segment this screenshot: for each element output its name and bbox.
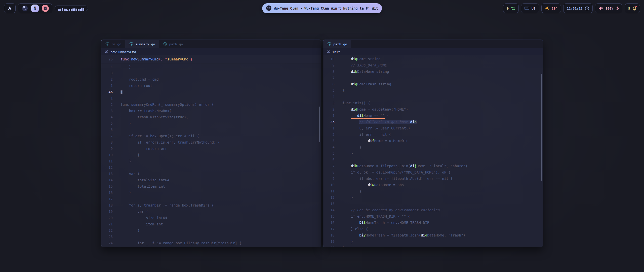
code-line[interactable]: 23 — [101, 234, 321, 240]
workspace-2-active[interactable]: N — [31, 5, 39, 12]
code-line[interactable]: 17 — [101, 196, 321, 202]
music-player-pill[interactable]: Wu-Tang Clan - Wu-Tang Clan Ain't Nuthin… — [262, 3, 382, 13]
code-line[interactable]: 3 difHome = u.HomeDir — [323, 138, 543, 144]
code-line[interactable]: 13 — [323, 201, 543, 207]
code-line[interactable]: 5 ) — [101, 120, 321, 127]
code-line[interactable]: 19 var ( — [101, 209, 321, 215]
clock-module[interactable]: 12:31:12 — [563, 3, 593, 13]
code-line[interactable]: 19 } — [323, 239, 543, 245]
sticky-context-line[interactable]: 26func newSummaryCmd() *summaryCmd { — [101, 55, 321, 63]
code-line[interactable]: 24 for _, f := range box.FilesByTrashDir… — [101, 240, 321, 246]
code-line[interactable]: 1 if dilHome == "" { — [323, 113, 543, 119]
code-line[interactable]: 46} — [101, 89, 321, 95]
code-line[interactable]: 20} — [323, 245, 543, 247]
code-line[interactable]: 18 for i, trashDir := range box.TrashDir… — [101, 202, 321, 209]
line-number: 23 — [323, 119, 335, 125]
code-line[interactable]: 3 box := trash.NewBox( — [101, 108, 321, 114]
breadcrumb[interactable]: init — [323, 48, 543, 55]
tab-summary.go[interactable]: G summary.go — [125, 40, 159, 48]
code-line[interactable]: 16 ) — [101, 190, 321, 196]
code-line[interactable]: 6 DigHomeTrash string — [323, 81, 543, 87]
workspace-3[interactable] — [42, 5, 49, 12]
breadcrumb-symbol: newSummaryCmd — [110, 50, 136, 54]
code-line[interactable]: 23 // fallback to get home dia — [323, 119, 543, 125]
line-number: 2 — [323, 131, 335, 138]
line-number: 4 — [101, 114, 113, 120]
code-line[interactable]: 9 if abs, err := filepath.Abs(d); err ==… — [323, 176, 543, 182]
workspace-1[interactable] — [21, 5, 28, 12]
code-area-right[interactable]: 10 diqHome string9 // $XDG_DATA_HOME8 di… — [323, 55, 543, 247]
code-line[interactable]: 25 item++ — [101, 246, 321, 247]
code-line[interactable]: 6 — [323, 157, 543, 163]
code-line[interactable]: 4 } — [101, 64, 321, 70]
code-line[interactable]: 13 var ( — [101, 171, 321, 177]
code-line[interactable]: 10 diqHome string — [323, 56, 543, 62]
code-line[interactable]: 3func init() { — [323, 100, 543, 106]
code-line[interactable]: 2func summaryCmdRun(_ summaryOptions) er… — [101, 101, 321, 108]
weather-module[interactable]: 29° — [541, 3, 561, 13]
updates-module[interactable]: 9 — [503, 3, 519, 13]
code-line[interactable]: 22 ) — [101, 227, 321, 234]
line-number: 5 — [323, 150, 335, 157]
code-line[interactable]: 4 — [323, 94, 543, 100]
code-line[interactable]: 18 DiyHomeTrash = filepath.Join(dioDataH… — [323, 232, 543, 239]
code-line[interactable]: 11 } — [323, 188, 543, 194]
code-area-left[interactable]: 4 }32 root.cmd = cmd1 return root46}12fu… — [101, 63, 321, 247]
visualizer-bar — [65, 9, 67, 11]
launcher-button[interactable] — [4, 3, 16, 13]
code-line[interactable]: 26func newSummaryCmd() *summaryCmd { — [101, 55, 321, 63]
tab-label: rm.go — [111, 42, 121, 46]
code-line[interactable]: 11 } — [101, 158, 321, 164]
code-line[interactable]: 5) — [323, 87, 543, 94]
line-number: 2 — [323, 106, 335, 113]
code-line[interactable]: 9 return err — [101, 146, 321, 152]
code-line[interactable]: 10 diwDataHome = abs — [323, 182, 543, 188]
code-line[interactable]: 5 } — [323, 150, 543, 157]
code-line[interactable]: 1 u, err := user.Current() — [323, 125, 543, 131]
code-line[interactable]: 3 — [101, 70, 321, 76]
breadcrumb[interactable]: newSummaryCmd — [101, 48, 321, 55]
code-line[interactable]: 4 } — [323, 144, 543, 150]
code-line[interactable]: 16 DitHomeTrash = env.HOME_TRASH_DIR — [323, 220, 543, 226]
code-line[interactable]: 2 if err == nil { — [323, 131, 543, 138]
keyboard-layout-module[interactable]: US — [521, 3, 539, 13]
code-line[interactable]: 8 dikDataHome string — [323, 69, 543, 75]
code-line[interactable]: 1 return root — [101, 83, 321, 89]
code-line[interactable]: 4 trash.WithGetSize(true), — [101, 114, 321, 120]
code-line[interactable]: 6 — [101, 127, 321, 133]
code-line[interactable]: 21 item int — [101, 221, 321, 227]
code-line[interactable]: 8 if !errors.Is(err, trash.ErrNotFound) … — [101, 139, 321, 146]
code-line[interactable]: 9 // $XDG_DATA_HOME — [323, 62, 543, 69]
svg-text:G: G — [165, 43, 166, 45]
tab-rm.go[interactable]: G rm.go — [101, 40, 125, 48]
bell-icon — [632, 6, 636, 11]
visualizer-bar — [81, 8, 83, 11]
code-line[interactable]: 8 if d, ok := os.LookupEnv("XDG_DATA_HOM… — [323, 169, 543, 176]
code-line[interactable]: 7 dihDataHome = filepath.Join(dijHome, "… — [323, 163, 543, 169]
code-line[interactable]: 15 if env.HOME_TRASH_DIR ≠ "" { — [323, 213, 543, 220]
code-line[interactable]: 10 } — [101, 152, 321, 158]
notifications-module[interactable]: 5 — [625, 3, 640, 13]
tab-path.go[interactable]: G path.go — [159, 40, 187, 48]
code-line[interactable]: 2 root.cmd = cmd — [101, 76, 321, 83]
code-line[interactable]: 12 — [101, 164, 321, 171]
code-line[interactable]: 15 totalItem int — [101, 183, 321, 190]
line-number: 19 — [101, 209, 113, 215]
scrollbar[interactable] — [319, 107, 320, 142]
code-line[interactable]: 12 } — [323, 194, 543, 201]
code-line[interactable]: 17 } else { — [323, 226, 543, 232]
line-number: 3 — [323, 100, 335, 106]
scrollbar[interactable] — [541, 74, 542, 181]
svg-text:G: G — [329, 43, 330, 45]
code-line[interactable]: 20 size int64 — [101, 215, 321, 221]
tab-path.go[interactable]: G path.go — [323, 40, 351, 48]
audio-module[interactable]: 100% — [595, 3, 622, 13]
code-line[interactable]: 7 — [323, 75, 543, 81]
code-line[interactable]: 14 // Can be changed by environment vari… — [323, 207, 543, 213]
code-line[interactable]: 14 totalSize int64 — [101, 177, 321, 183]
code-line[interactable]: 1 — [101, 95, 321, 101]
line-number: 23 — [101, 234, 113, 240]
code-line[interactable]: 2 didHome = os.Getenv("HOME") — [323, 106, 543, 113]
code-line[interactable]: 7 if err := box.Open(); err ≠ nil { — [101, 133, 321, 139]
svg-text:G: G — [107, 43, 108, 45]
